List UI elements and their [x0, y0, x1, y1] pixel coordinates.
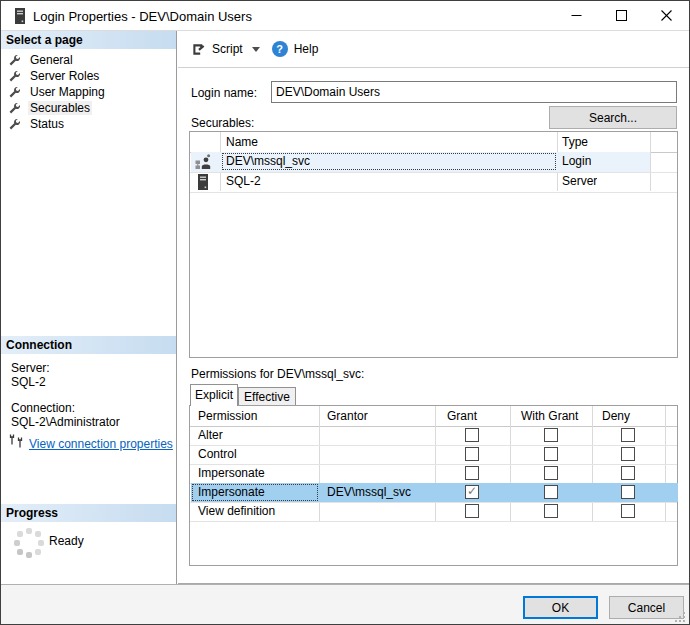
login-user-icon	[195, 154, 212, 170]
cancel-button[interactable]: Cancel	[609, 596, 684, 619]
sidebar-item-securables[interactable]: Securables	[1, 100, 176, 116]
server-label: Server:	[11, 361, 50, 375]
deny-checkbox[interactable]	[621, 428, 635, 442]
perm-col-grant[interactable]: Grant	[447, 406, 477, 426]
with-grant-checkbox[interactable]	[544, 428, 558, 442]
grant-checkbox[interactable]	[465, 466, 479, 480]
securables-row-type[interactable]: Server	[562, 172, 597, 191]
tab-explicit[interactable]: Explicit	[190, 384, 238, 406]
sidebar-item-user-mapping[interactable]: User Mapping	[1, 84, 176, 100]
sidebar-item-status[interactable]: Status	[1, 116, 176, 132]
securables-label: Securables:	[191, 116, 254, 130]
close-icon	[661, 10, 672, 21]
with-grant-checkbox[interactable]	[544, 466, 558, 480]
wrench-icon	[8, 54, 21, 67]
securables-row-type[interactable]: Login	[562, 152, 591, 171]
sidebar-item-label: Securables	[28, 101, 92, 115]
login-name-input[interactable]	[271, 81, 677, 103]
permissions-table: Permission Grantor Grant With Grant Deny…	[189, 405, 678, 566]
server-icon	[197, 174, 209, 190]
perm-col-deny[interactable]: Deny	[602, 406, 630, 426]
perm-col-with-grant[interactable]: With Grant	[521, 406, 578, 426]
securables-row-name[interactable]: SQL-2	[221, 172, 557, 191]
minimize-icon	[571, 10, 582, 21]
perm-row-permission[interactable]: Impersonate	[198, 464, 265, 483]
close-button[interactable]	[644, 1, 689, 30]
select-a-page-header: Select a page	[1, 31, 176, 49]
maximize-button[interactable]	[599, 1, 644, 30]
script-dropdown-arrow[interactable]	[252, 47, 260, 52]
perm-row-permission[interactable]: Alter	[198, 426, 223, 445]
progress-spinner-icon	[11, 525, 47, 561]
search-button[interactable]: Search...	[549, 106, 677, 129]
with-grant-checkbox[interactable]	[544, 447, 558, 461]
wrench-icon	[8, 118, 21, 131]
footer-bar: OK Cancel	[1, 584, 689, 625]
securables-col-type[interactable]: Type	[562, 132, 588, 152]
sidebar-item-label: Status	[28, 117, 66, 131]
connection-properties-icon	[8, 434, 25, 449]
login-properties-dialog: Login Properties - DEV\Domain Users Sele…	[0, 0, 690, 625]
connection-header: Connection	[1, 336, 176, 354]
grant-checkbox[interactable]	[465, 485, 479, 499]
titlebar[interactable]: Login Properties - DEV\Domain Users	[1, 1, 689, 31]
login-name-label: Login name:	[191, 86, 257, 100]
help-button-label[interactable]: Help	[294, 42, 319, 56]
grant-checkbox[interactable]	[465, 504, 479, 518]
with-grant-checkbox[interactable]	[544, 485, 558, 499]
progress-header: Progress	[1, 504, 176, 522]
sidebar-item-server-roles[interactable]: Server Roles	[1, 68, 176, 84]
help-icon[interactable]: ?	[272, 41, 288, 57]
deny-checkbox[interactable]	[621, 447, 635, 461]
with-grant-checkbox[interactable]	[544, 504, 558, 518]
wrench-icon	[8, 70, 21, 83]
maximize-icon	[616, 10, 627, 21]
permissions-label: Permissions for DEV\mssql_svc:	[191, 367, 364, 381]
grant-checkbox[interactable]	[465, 428, 479, 442]
perm-row-grantor[interactable]: DEV\mssql_svc	[327, 483, 411, 502]
connection-label: Connection:	[11, 401, 75, 415]
sidebar-item-label: Server Roles	[28, 69, 101, 83]
securables-col-name[interactable]: Name	[226, 132, 258, 152]
window-title: Login Properties - DEV\Domain Users	[33, 9, 252, 24]
ok-button[interactable]: OK	[523, 596, 598, 619]
perm-row-permission[interactable]: View definition	[198, 502, 275, 521]
deny-checkbox[interactable]	[621, 485, 635, 499]
deny-checkbox[interactable]	[621, 466, 635, 480]
sidebar: Select a page General Server Roles User …	[1, 31, 177, 584]
wrench-icon	[8, 86, 21, 99]
sidebar-item-label: General	[28, 53, 75, 67]
securables-table: Name Type DEV\mssql_svc Login SQL-2 Ser	[189, 131, 678, 358]
server-icon	[14, 8, 26, 24]
perm-col-permission[interactable]: Permission	[198, 406, 257, 426]
script-button-label[interactable]: Script	[212, 42, 243, 56]
minimize-button[interactable]	[554, 1, 599, 30]
progress-status: Ready	[49, 534, 84, 548]
view-connection-properties-link[interactable]: View connection properties	[29, 437, 173, 451]
connection-value: SQL-2\Administrator	[11, 415, 120, 429]
perm-row-permission[interactable]: Impersonate	[191, 483, 319, 502]
securables-row-name[interactable]: DEV\mssql_svc	[221, 152, 557, 171]
script-icon[interactable]	[191, 42, 206, 57]
sidebar-item-label: User Mapping	[28, 85, 107, 99]
tab-effective[interactable]: Effective	[238, 387, 296, 406]
grant-checkbox[interactable]	[465, 447, 479, 461]
perm-col-grantor[interactable]: Grantor	[327, 406, 368, 426]
sidebar-item-general[interactable]: General	[1, 52, 176, 68]
perm-row-permission[interactable]: Control	[198, 445, 237, 464]
resize-grip[interactable]	[675, 612, 685, 622]
wrench-icon	[8, 102, 21, 115]
deny-checkbox[interactable]	[621, 504, 635, 518]
toolbar: Script ? Help	[178, 31, 690, 68]
server-value: SQL-2	[11, 375, 46, 389]
